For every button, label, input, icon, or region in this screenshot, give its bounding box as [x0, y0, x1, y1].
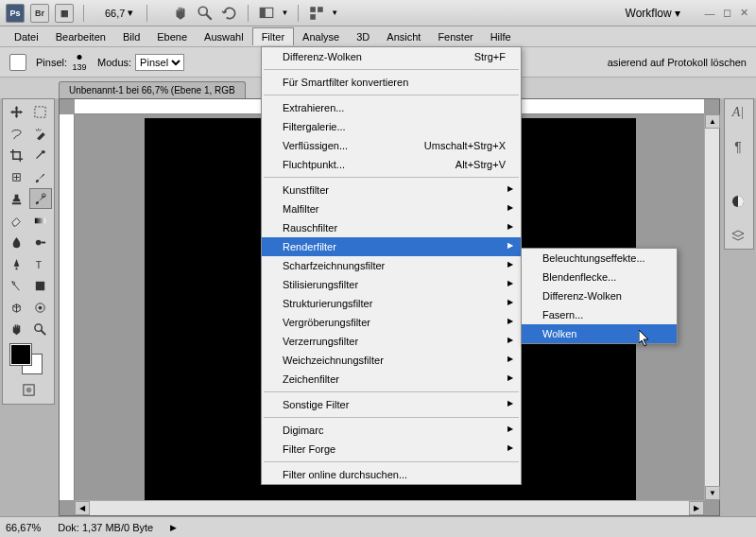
layers-panel-icon[interactable] — [728, 225, 748, 246]
type-tool[interactable]: T — [29, 253, 52, 274]
lasso-tool[interactable] — [5, 123, 27, 144]
svg-point-11 — [36, 239, 42, 245]
screen-mode-icon[interactable] — [258, 5, 275, 22]
chevron-down-icon[interactable]: ▼ — [331, 9, 338, 17]
adjustments-panel-icon[interactable] — [728, 191, 748, 212]
brush-tool[interactable] — [29, 166, 52, 187]
paragraph-panel-icon[interactable]: ¶ — [728, 136, 748, 157]
separator — [248, 5, 249, 22]
path-tool[interactable] — [5, 275, 27, 296]
filter-extrahieren[interactable]: Extrahieren... — [262, 98, 521, 117]
status-zoom[interactable]: 66,67% — [6, 522, 41, 533]
chevron-right-icon[interactable]: ▶ — [170, 523, 177, 532]
zoom-icon[interactable] — [197, 5, 214, 22]
filter-digimarc[interactable]: Digimarc — [262, 421, 521, 440]
options-right-text: asierend auf Protokoll löschen — [608, 57, 747, 68]
menu-filter[interactable]: Filter — [252, 27, 294, 45]
bridge-icon[interactable]: Br — [30, 4, 49, 23]
tool-preset[interactable] — [9, 54, 26, 71]
filter-strukturierung[interactable]: Strukturierungsfilter — [262, 294, 521, 313]
eraser-tool[interactable] — [5, 210, 27, 231]
3d-camera-tool[interactable] — [29, 297, 52, 318]
filter-renderfilter[interactable]: Renderfilter — [262, 237, 521, 256]
menu-analyse[interactable]: Analyse — [294, 28, 348, 45]
filter-scharfzeichnung[interactable]: Scharfzeichnungsfilter — [262, 256, 521, 275]
brush-label: Pinsel:139 — [36, 52, 88, 72]
filter-forge[interactable]: Filter Forge — [262, 440, 521, 459]
3d-tool[interactable] — [5, 297, 27, 318]
rotate-icon[interactable] — [221, 5, 238, 22]
filter-last[interactable]: Differenz-WolkenStrg+F — [262, 47, 521, 66]
zoom-tool[interactable] — [29, 319, 52, 339]
menu-bearbeiten[interactable]: Bearbeiten — [47, 28, 114, 45]
color-swatches[interactable] — [5, 340, 52, 376]
arrange-icon[interactable] — [308, 5, 325, 22]
filter-weichzeichnung[interactable]: Weichzeichnungsfilter — [262, 351, 521, 370]
healing-tool[interactable] — [5, 166, 27, 187]
filter-kunstfilter[interactable]: Kunstfilter — [262, 181, 521, 199]
filter-dropdown: Differenz-WolkenStrg+F Für Smartfilter k… — [261, 46, 522, 485]
filter-online[interactable]: Filter online durchsuchen... — [262, 465, 521, 484]
scrollbar-horizontal[interactable]: ◀▶ — [75, 500, 704, 515]
dodge-tool[interactable] — [29, 232, 52, 252]
chevron-down-icon[interactable]: ▼ — [281, 9, 288, 17]
history-brush-tool[interactable] — [29, 188, 52, 209]
filter-vergroeberung[interactable]: Vergröberungsfilter — [262, 313, 521, 332]
menu-3d[interactable]: 3D — [348, 28, 378, 45]
marquee-tool[interactable] — [29, 101, 52, 122]
filter-zeichenfilter[interactable]: Zeichenfilter — [262, 370, 521, 389]
fg-color[interactable] — [10, 344, 31, 365]
modus-select[interactable]: Pinsel — [135, 54, 184, 71]
crop-tool[interactable] — [5, 145, 27, 165]
pen-tool[interactable] — [5, 253, 27, 274]
filter-smartconvert[interactable]: Für Smartfilter konvertieren — [262, 73, 521, 92]
sub-wolken[interactable]: Wolken — [522, 324, 677, 343]
filter-stilisierung[interactable]: Stilisierungsfilter — [262, 275, 521, 294]
ruler-vertical — [60, 114, 75, 500]
right-panel: A| ¶ — [724, 98, 754, 250]
menu-ebene[interactable]: Ebene — [148, 28, 196, 45]
move-tool[interactable] — [5, 101, 27, 122]
hand-tool[interactable] — [5, 319, 27, 339]
close-button[interactable]: ✕ — [737, 7, 750, 20]
ps-icon[interactable]: Ps — [6, 4, 25, 23]
blur-tool[interactable] — [5, 232, 27, 252]
character-panel-icon[interactable]: A| — [728, 102, 748, 123]
filter-verfluessigen[interactable]: Verflüssigen...Umschalt+Strg+X — [262, 136, 521, 155]
filter-sonstige[interactable]: Sonstige Filter — [262, 395, 521, 414]
menu-hilfe[interactable]: Hilfe — [482, 28, 520, 45]
sub-fasern[interactable]: Fasern... — [522, 305, 677, 324]
shape-tool[interactable] — [29, 275, 52, 296]
sub-blendenflecke[interactable]: Blendenflecke... — [522, 268, 677, 286]
document-tab[interactable]: Unbenannt-1 bei 66,7% (Ebene 1, RGB — [59, 81, 246, 98]
sub-differenz-wolken[interactable]: Differenz-Wolken — [522, 286, 677, 305]
menu-ansicht[interactable]: Ansicht — [378, 28, 429, 45]
stamp-tool[interactable] — [5, 188, 27, 209]
scrollbar-vertical[interactable]: ▲▼ — [704, 114, 719, 500]
workspace-switcher[interactable]: Workflow ▾ — [618, 5, 688, 22]
film-icon[interactable]: ▦ — [55, 4, 74, 23]
filter-verzerrung[interactable]: Verzerrungsfilter — [262, 332, 521, 351]
maximize-button[interactable]: ◻ — [720, 7, 733, 20]
renderfilter-submenu: Beleuchtungseffekte... Blendenflecke... … — [521, 248, 678, 344]
brush-preview-icon[interactable] — [71, 52, 88, 62]
sub-beleuchtung[interactable]: Beleuchtungseffekte... — [522, 249, 677, 268]
toolbox: T — [2, 98, 55, 405]
menu-fenster[interactable]: Fenster — [429, 28, 481, 45]
gradient-tool[interactable] — [29, 210, 52, 231]
quickmask-tool[interactable] — [17, 379, 40, 400]
minimize-button[interactable]: — — [703, 7, 716, 20]
filter-fluchtpunkt[interactable]: Fluchtpunkt...Alt+Strg+V — [262, 155, 521, 174]
eyedropper-tool[interactable] — [29, 145, 52, 165]
filter-malfilter[interactable]: Malfilter — [262, 199, 521, 218]
svg-point-20 — [26, 387, 31, 392]
menu-auswahl[interactable]: Auswahl — [196, 28, 252, 45]
svg-rect-5 — [318, 7, 323, 12]
menu-bild[interactable]: Bild — [114, 28, 148, 45]
hand-icon[interactable] — [172, 5, 189, 22]
filter-rauschfilter[interactable]: Rauschfilter — [262, 218, 521, 237]
filter-galerie[interactable]: Filtergalerie... — [262, 117, 521, 136]
zoom-select[interactable]: 66,7▾ — [101, 6, 137, 20]
menu-datei[interactable]: Datei — [6, 28, 47, 45]
wand-tool[interactable] — [29, 123, 52, 144]
